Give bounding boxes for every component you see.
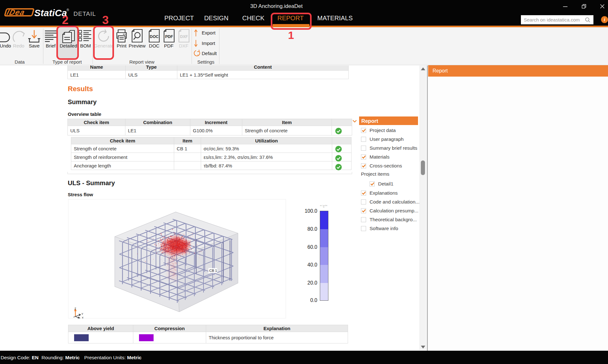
svg-text:Y: Y <box>81 312 83 316</box>
svg-text:Z: Z <box>74 308 76 310</box>
svg-text:CB 1: CB 1 <box>209 269 217 273</box>
svg-text:X: X <box>82 316 84 318</box>
